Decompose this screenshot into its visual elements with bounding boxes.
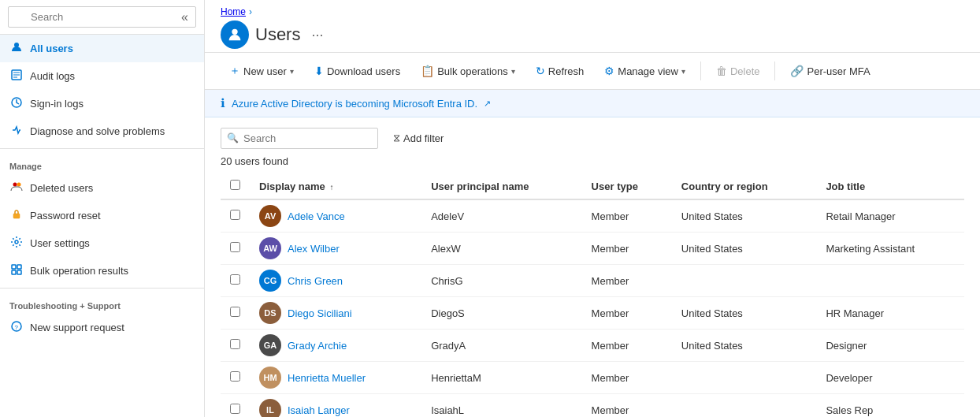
user-name-link[interactable]: Grady Archie bbox=[288, 340, 347, 352]
display-name-label: Display name bbox=[259, 181, 325, 192]
add-filter-button[interactable]: ⧖ Add filter bbox=[384, 127, 452, 149]
manage-section-label: Manage bbox=[0, 152, 204, 174]
delete-button[interactable]: 🗑 Delete bbox=[707, 60, 769, 82]
avatar-wrap: ILIsaiah Langer bbox=[259, 399, 412, 417]
user-name-link[interactable]: Henrietta Mueller bbox=[288, 372, 366, 384]
new-user-button[interactable]: ＋ New user ▾ bbox=[221, 59, 303, 83]
table-row: ILIsaiah LangerIsaiahLMemberSales Rep bbox=[221, 394, 964, 418]
svg-rect-10 bbox=[12, 265, 16, 269]
svg-rect-12 bbox=[12, 270, 16, 274]
per-user-mfa-button[interactable]: 🔗 Per-user MFA bbox=[781, 60, 878, 82]
sidebar-navigation: All users Audit logs Sign-in logs Diagno… bbox=[0, 35, 204, 417]
country-label: Country or region bbox=[681, 181, 768, 192]
sidebar-item-deleted-users[interactable]: Deleted users bbox=[0, 174, 204, 202]
sidebar-search-input[interactable] bbox=[8, 6, 196, 28]
sidebar-item-bulk-operation-results-label: Bulk operation results bbox=[30, 265, 128, 277]
row-checkbox[interactable] bbox=[230, 339, 240, 349]
table-row: CGChris GreenChrisGMember bbox=[221, 265, 964, 297]
search-input[interactable] bbox=[221, 128, 378, 149]
user-name-link[interactable]: Adele Vance bbox=[288, 210, 345, 222]
sidebar-item-bulk-operation-results[interactable]: Bulk operation results bbox=[0, 257, 204, 285]
user-name-link[interactable]: Diego Siciliani bbox=[288, 307, 352, 319]
row-checkbox[interactable] bbox=[230, 274, 240, 285]
sidebar-item-audit-logs[interactable]: Audit logs bbox=[0, 62, 204, 90]
per-user-mfa-label: Per-user MFA bbox=[807, 65, 870, 77]
upn-column-header[interactable]: User principal name bbox=[421, 173, 581, 199]
sidebar-item-all-users-label: All users bbox=[30, 43, 73, 54]
user-type: Member bbox=[582, 394, 672, 418]
user-type: Member bbox=[582, 330, 672, 362]
user-upn: GradyA bbox=[421, 330, 581, 362]
avatar: AW bbox=[259, 237, 281, 259]
manage-view-label: Manage view bbox=[618, 65, 678, 77]
row-checkbox[interactable] bbox=[230, 371, 240, 382]
table-row: GAGrady ArchieGradyAMemberUnited StatesD… bbox=[221, 330, 964, 362]
row-checkbox[interactable] bbox=[230, 307, 240, 317]
avatar: HM bbox=[259, 367, 281, 389]
sidebar-item-all-users[interactable]: All users bbox=[0, 35, 204, 62]
country-column-header[interactable]: Country or region bbox=[672, 173, 817, 199]
avatar: GA bbox=[259, 334, 281, 356]
user-type: Member bbox=[582, 362, 672, 394]
svg-point-7 bbox=[17, 183, 21, 187]
sidebar-item-deleted-users-label: Deleted users bbox=[30, 182, 93, 194]
avatar: AV bbox=[259, 205, 281, 227]
svg-rect-11 bbox=[17, 265, 21, 269]
search-icon: 🔍 bbox=[227, 132, 239, 143]
job-title-label: Job title bbox=[826, 181, 865, 192]
sidebar-item-diagnose-label: Diagnose and solve problems bbox=[30, 125, 165, 137]
user-name-link[interactable]: Alex Wilber bbox=[288, 243, 340, 255]
sidebar-item-new-support-request[interactable]: ? New support request bbox=[0, 314, 204, 341]
user-job-title: HR Manager bbox=[816, 297, 964, 330]
avatar-wrap: AWAlex Wilber bbox=[259, 237, 412, 259]
select-all-checkbox[interactable] bbox=[230, 180, 240, 190]
new-user-label: New user bbox=[243, 65, 287, 77]
user-upn: AdeleV bbox=[421, 199, 581, 233]
search-filter-bar: 🔍 ⧖ Add filter bbox=[221, 127, 964, 149]
sidebar-item-password-reset[interactable]: Password reset bbox=[0, 202, 204, 229]
sidebar-item-audit-logs-label: Audit logs bbox=[30, 70, 75, 82]
sidebar-item-user-settings[interactable]: User settings bbox=[0, 229, 204, 257]
download-users-button[interactable]: ⬇ Download users bbox=[306, 60, 409, 82]
svg-text:?: ? bbox=[15, 324, 19, 331]
user-type: Member bbox=[582, 199, 672, 233]
user-job-title: Sales Rep bbox=[816, 394, 964, 418]
user-country bbox=[672, 362, 817, 394]
plus-icon: ＋ bbox=[229, 64, 240, 78]
bulk-operations-button[interactable]: 📋 Bulk operations ▾ bbox=[412, 60, 524, 82]
user-type: Member bbox=[582, 233, 672, 265]
user-type-column-header[interactable]: User type bbox=[582, 173, 672, 199]
user-name-link[interactable]: Isaiah Langer bbox=[288, 404, 350, 416]
more-options-button[interactable]: ··· bbox=[306, 25, 328, 45]
job-title-column-header[interactable]: Job title bbox=[816, 173, 964, 199]
breadcrumb-home-link[interactable]: Home bbox=[221, 6, 246, 17]
add-filter-label: Add filter bbox=[403, 132, 444, 144]
row-checkbox[interactable] bbox=[230, 210, 240, 220]
user-name-link[interactable]: Chris Green bbox=[288, 275, 343, 287]
title-row: Users ··· bbox=[221, 20, 964, 49]
refresh-icon: ↻ bbox=[536, 65, 545, 77]
refresh-button[interactable]: ↻ Refresh bbox=[527, 60, 593, 82]
avatar: CG bbox=[259, 270, 281, 292]
user-type: Member bbox=[582, 297, 672, 330]
entra-id-link[interactable]: Azure Active Directory is becoming Micro… bbox=[232, 98, 477, 110]
row-checkbox[interactable] bbox=[230, 242, 240, 252]
table-header-row: Display name ↑ User principal name User … bbox=[221, 173, 964, 199]
table-row: AVAdele VanceAdeleVMemberUnited StatesRe… bbox=[221, 199, 964, 233]
svg-rect-8 bbox=[13, 214, 20, 218]
display-name-column-header[interactable]: Display name ↑ bbox=[250, 173, 421, 199]
user-upn: ChrisG bbox=[421, 265, 581, 297]
row-checkbox[interactable] bbox=[230, 404, 240, 414]
sort-arrow-icon: ↑ bbox=[329, 183, 333, 192]
sidebar-item-sign-in-logs[interactable]: Sign-in logs bbox=[0, 90, 204, 117]
sidebar-collapse-button[interactable]: « bbox=[181, 10, 188, 24]
sidebar-item-diagnose[interactable]: Diagnose and solve problems bbox=[0, 117, 204, 145]
table-row: AWAlex WilberAlexWMemberUnited StatesMar… bbox=[221, 233, 964, 265]
user-type-label: User type bbox=[592, 181, 638, 192]
manage-view-button[interactable]: ⚙ Manage view ▾ bbox=[596, 60, 694, 82]
refresh-label: Refresh bbox=[548, 65, 585, 77]
user-job-title: Marketing Assistant bbox=[816, 233, 964, 265]
diagnose-icon bbox=[9, 124, 24, 139]
page-header: Home › Users ··· bbox=[205, 0, 980, 53]
sidebar-item-password-reset-label: Password reset bbox=[30, 210, 101, 222]
